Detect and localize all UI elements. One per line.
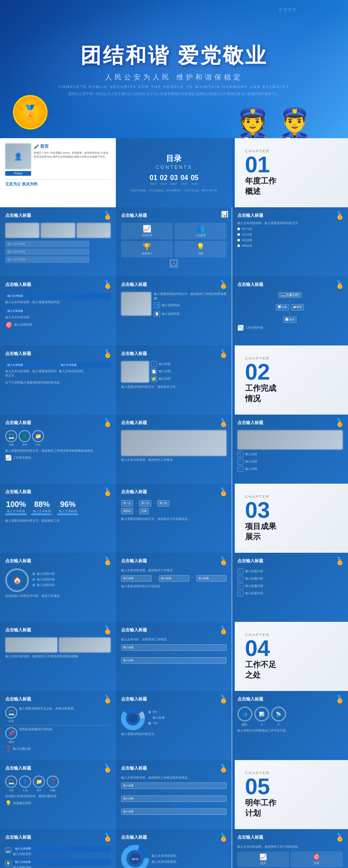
slide-9-1-title: 点击输入标题 🏅 [5,696,111,702]
svg-text:80%: 80% [132,857,139,861]
pct-96-num: 96% [60,500,76,509]
icon-10-1: 💻 分析 [5,776,17,792]
pct-100-num: 100% [6,500,26,509]
police-badge: 🏅 [13,95,48,130]
photo-3 [77,223,111,238]
slide-10-1-row: 💻 分析 👤 人员 📁 文件 ❓ 问题 [5,776,111,792]
hdiv-9-1 [5,725,111,725]
slide-8-1-text: 输入文本内容说明，描述相关工作情况和具体落实措施。 [5,654,111,659]
ic-10-4: ❓ [47,776,59,788]
slide-11-1-list: 💻 输入文本标题 输入内容说明 💡 输入文本标题 输入内容说明 ❓ 输入文本标题… [5,845,111,868]
flowchart-2: 第四步 → 完成 [121,508,227,514]
slide-9-3-text: 输入说明文字内容描述工作不足方面。 [237,729,343,733]
stat-item-1: 👥 团队 [237,706,252,727]
slide-10-1-title: 点击输入标题 🏅 [5,765,111,771]
flow-arrow-1: → [134,501,138,505]
row-5: 点击输入标题 🏅 💻 功能 🌲 管理 📁 文件 输入需要说明的内容文字，描述相关… [0,415,348,484]
slide-11-3: 点击输入标题 🏅 输入文本内容说明，描述明年工作计划和目标。 📈 提升 🎯 目标… [232,829,348,868]
doc-text: 输入内容 [159,369,171,374]
slide-7-2-text-2: 输入更多说明内容文字在此处。 [121,584,227,589]
donut-info: 输入文本内容说明。 输入文本内容说明。 [152,854,227,864]
check-icon: ✅ [151,376,157,382]
donut-text-1: 输入文本内容说明。 [152,854,227,858]
icon-5-3-2: 🔵 [237,459,243,465]
slide-6-2-title: 点击输入标题 🏅 [121,489,227,495]
part-04-num: 04 [180,174,188,182]
flow-7-1: 输入标题 [121,575,152,582]
ic-9-2: 📌 [5,727,17,739]
slide-8-2-content: 输入文本内容，说明具体工作情况。 输入标题 ↓ 输入内容 [121,637,227,664]
ci-3: 输入说明内容 [32,583,111,587]
flow-box-5: 完成 [139,508,149,514]
input-text-2: 输入文本内容说明。 [5,315,111,320]
timeline-label-3: 落实措施 [242,238,252,242]
pct-88-num: 88% [34,500,50,509]
bottom-desc: 在下方说明输入需要说明的详细内容信息。 [5,380,111,385]
chapter-01-slide: CHAPTER 01 年度工作 概述 [232,138,348,207]
org-connector [290,299,290,303]
slide-7-3-title: 点击输入标题 🏅 [237,558,343,564]
slide-5-2-text-wrap: 输入文本内容说明，描述相关工作情况。 [121,458,227,462]
slide-5-2-text: 输入文本内容说明，描述相关工作情况。 [121,458,227,462]
photo-8-2 [59,637,111,653]
folder-label: 文件 [35,443,41,447]
text-blocks: 输入文本标题 输入文本内容说明，输入需要说明的内容文字。 输入文本标题 输入文本… [5,361,111,378]
slide-9-2-title: 点击输入标题 🏅 [121,696,227,702]
s73-3: 🔵 输入标题内容 [237,583,343,589]
list-text-2: 输入说明内容 [162,312,180,316]
pct-100-bar [5,513,27,515]
chapter-02-text2: 情况 [245,393,339,404]
slide-7-1-text: 在此处输入说明文字内容，描述工作项目。 [5,594,111,598]
row-10: 点击输入标题 🏅 💻 分析 👤 人员 📁 文件 ❓ 问题 在此输入具体说明内容，… [0,760,348,829]
timeline-dot-4 [237,244,240,247]
slide-10-2: 点击输入标题 🏅 输入文本内容说明，描述相关工作情况和具体落实。 输入标题 ↓ … [116,760,232,829]
list-text-1: 输入说明内容 [162,303,180,307]
timeline-item-2: 深化治理 [237,233,343,237]
slide-5-3-list: 🔵 输入内容 🔵 输入内容 🔵 输入内容 [237,451,343,473]
chapter-03-text1: 项目成果 [245,521,339,532]
slide-11-1: 点击输入标题 🏅 💻 输入文本标题 输入内容说明 💡 输入文本标题 输入内容说明… [0,829,116,868]
slide-7-1-title: 点击输入标题 🏅 [5,558,111,564]
question-text: 输入问题分析 [13,747,31,751]
intro-tag: Police [5,171,31,176]
flow-box-1: 第一步 [121,500,133,507]
icon-pc: 💻 功能 [5,430,17,447]
flow-arrow-3: → [134,509,138,513]
slide-4-2: 点击输入标题 🏅 👤 输入内容 📄 输入内容 ✅ 输入内容 输入需要说明的 [116,345,232,415]
chapter-04-left-bar [232,622,235,691]
flow-7-2: 输入标题 [159,575,189,582]
flow-10-arrow: ↓ [121,790,227,794]
slide-8-2: 点击输入标题 🏅 输入文本内容，说明具体工作情况。 输入标题 ↓ 输入内容 [116,622,232,691]
slide-4-1-title: 点击输入标题 🏅 [5,351,111,357]
flow-8-2-2: 输入内容 [121,657,227,664]
bulb-row: 💡 改进建议说明 [5,800,111,806]
text-block-b-desc: 输入文本内容说明。 [59,369,111,374]
donut-chart-large: 80% [121,845,149,868]
pct-96-fill [57,513,78,515]
s11-text-wrap-2: 输入文本标题 输入内容说明 [13,858,111,868]
s11-2: 💡 输入文本标题 输入内容说明 [5,858,111,868]
ci-text-1: 输入说明内容 [37,572,55,576]
slide-5-3-title: 点击输入标题 🏅 [237,420,343,426]
row-11: 点击输入标题 🏅 💻 输入文本标题 输入内容说明 💡 输入文本标题 输入内容说明… [0,829,348,868]
s73-text-1: 输入标题内容 [245,569,263,573]
slide-7-2-badge: 🏅 [219,556,228,566]
leg-color-3 [148,722,151,725]
ci-dot-1 [32,573,35,575]
list-5-3-3: 🔵 输入内容 [237,466,343,472]
flow-10-arrow-2: ↓ [121,803,227,807]
chapter-03-slide: CHAPTER 03 项目成果 展示 [232,484,348,553]
slide-3-3-badge: 🏅 [335,280,345,289]
icon-list-item-2: 📋 输入说明内容 [154,311,227,317]
slide-4-1: 点击输入标题 🏅 输入文本标题 输入文本内容说明，输入需要说明的内容文字。 输入… [0,345,116,415]
contents-parts: 01 PART 02 PART 03 PART 04 PART 05 PART [150,174,198,185]
slide-8-1-title: 点击输入标题 🏅 [5,627,111,633]
bulb-text: 改进建议说明 [13,801,31,805]
row-2: 点击输入标题 🏅 输入文本内容 输入文本内容 输入文本内容 点击输入标题 📊 📈… [0,207,348,276]
slide-5-2-photo [121,430,227,456]
person-text: 输入内容 [159,362,171,366]
row-8: 点击输入标题 🏅 输入文本内容说明，描述相关工作情况和具体落实措施。 点击输入标… [0,622,348,691]
flow-7-3: 输入标题 [196,575,227,582]
slide-3-1-badge: 🏅 [103,280,112,289]
pie-leg-3: 7% [148,721,227,725]
